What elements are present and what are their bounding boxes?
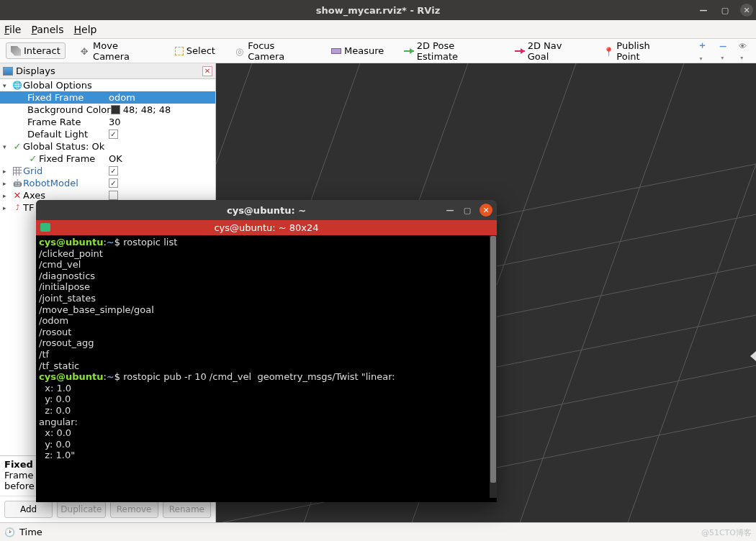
displays-panel-header[interactable]: Displays ✕ xyxy=(0,63,215,79)
axes-checkbox[interactable] xyxy=(109,191,118,200)
terminal-minimize-button[interactable]: — xyxy=(445,205,455,215)
color-swatch xyxy=(111,105,120,114)
check-icon xyxy=(27,153,39,164)
grid-checkbox[interactable]: ✓ xyxy=(109,166,118,176)
remove-button: Remove xyxy=(110,501,158,518)
watermark: @51CTO博客 xyxy=(701,527,752,538)
tool-remove-view[interactable] xyxy=(719,40,730,62)
duplicate-button: Duplicate xyxy=(57,501,105,518)
displays-title: Displays xyxy=(16,65,55,76)
interact-icon xyxy=(11,46,21,56)
terminal-output-pub: x: 1.0 y: 0.0 z: 0.0 angular: x: 0.0 y: … xyxy=(39,383,78,461)
axes-icon xyxy=(12,190,23,201)
window-maximize-button[interactable]: ▢ xyxy=(719,4,732,17)
tree-status-fixed-frame[interactable]: Fixed Frame OK xyxy=(0,153,215,165)
terminal-close-button[interactable]: ✕ xyxy=(480,204,492,217)
tool-2d-pose[interactable]: 2D Pose Estimate xyxy=(399,37,500,65)
tree-fixed-frame[interactable]: Fixed Frame odom xyxy=(0,91,215,104)
svg-line-10 xyxy=(504,63,684,522)
plus-icon xyxy=(698,40,707,50)
bg-color-value[interactable]: 48; 48; 48 xyxy=(111,104,215,115)
globe-icon xyxy=(12,81,23,90)
terminal-tab[interactable]: cys@ubuntu: ~ 80x24 xyxy=(36,220,497,235)
tool-publish-point[interactable]: Publish Point xyxy=(598,37,678,65)
fixed-frame-value[interactable]: odom xyxy=(109,92,215,103)
window-titlebar: show_mycar.rviz* - RViz — ▢ ✕ xyxy=(0,0,756,20)
menu-bar: File Panels Help xyxy=(0,20,756,39)
frame-rate-value[interactable]: 30 xyxy=(109,117,215,127)
tool-select[interactable]: Select xyxy=(170,42,220,59)
eye-icon xyxy=(739,40,747,51)
tool-move-camera[interactable]: Move Camera xyxy=(76,37,160,65)
default-light-checkbox[interactable]: ✓ xyxy=(109,129,118,139)
nav-icon xyxy=(515,50,524,52)
tool-views[interactable] xyxy=(739,40,750,62)
measure-icon xyxy=(331,48,341,54)
clock-icon xyxy=(4,527,15,537)
tree-grid[interactable]: ▸ Grid ✓ xyxy=(0,165,215,177)
window-title: show_mycar.rviz* - RViz xyxy=(316,5,440,16)
terminal-scrollbar[interactable] xyxy=(490,235,497,498)
menu-panels[interactable]: Panels xyxy=(31,24,63,35)
focus-icon xyxy=(235,46,245,56)
tree-frame-rate[interactable]: Frame Rate 30 xyxy=(0,116,215,128)
tree-default-light[interactable]: Default Light ✓ xyxy=(0,128,215,140)
terminal-maximize-button[interactable]: ▢ xyxy=(462,205,472,215)
publish-icon xyxy=(603,46,613,56)
displays-icon xyxy=(3,67,13,76)
tree-global-status[interactable]: ▾ Global Status: Ok xyxy=(0,140,215,153)
terminal-window[interactable]: cys@ubuntu: ~ — ▢ ✕ cys@ubuntu: ~ 80x24 … xyxy=(36,200,497,502)
move-icon xyxy=(81,46,90,56)
add-button[interactable]: Add xyxy=(4,501,53,518)
robot-checkbox[interactable]: ✓ xyxy=(109,178,118,188)
window-minimize-button[interactable]: — xyxy=(697,4,710,17)
window-close-button[interactable]: ✕ xyxy=(740,4,753,17)
panel-close-icon[interactable]: ✕ xyxy=(202,66,212,76)
terminal-tab-label: cys@ubuntu: ~ 80x24 xyxy=(214,222,318,233)
terminal-output-topics: /clicked_point /cmd_vel /diagnostics /in… xyxy=(39,248,154,371)
toolbar: Interact Move Camera Select Focus Camera… xyxy=(0,39,756,63)
tool-measure[interactable]: Measure xyxy=(326,42,389,59)
tool-focus-camera[interactable]: Focus Camera xyxy=(230,37,316,65)
select-icon xyxy=(175,47,184,55)
grid-icon xyxy=(13,167,22,176)
time-label: Time xyxy=(19,527,42,537)
terminal-titlebar[interactable]: cys@ubuntu: ~ — ▢ ✕ xyxy=(36,200,497,220)
tool-2d-nav[interactable]: 2D Nav Goal xyxy=(510,37,588,65)
tree-bg-color[interactable]: Background Color 48; 48; 48 xyxy=(0,104,215,116)
time-panel: Time xyxy=(0,522,756,541)
rename-button: Rename xyxy=(163,501,211,518)
terminal-body[interactable]: cys@ubuntu:~$ rostopic list /clicked_poi… xyxy=(36,235,497,502)
terminal-title: cys@ubuntu: ~ xyxy=(227,205,306,216)
pose-icon xyxy=(404,50,413,52)
tool-add-view[interactable] xyxy=(698,39,711,63)
menu-file[interactable]: File xyxy=(4,24,21,35)
menu-help[interactable]: Help xyxy=(74,24,97,35)
tree-robotmodel[interactable]: ▸ RobotModel ✓ xyxy=(0,177,215,189)
tf-icon xyxy=(12,204,23,212)
svg-line-11 xyxy=(612,63,756,522)
displays-tree[interactable]: ▾ Global Options Fixed Frame odom Backgr… xyxy=(0,79,215,214)
check-icon xyxy=(12,141,23,152)
terminal-tab-icon xyxy=(40,223,50,232)
tree-global-options[interactable]: ▾ Global Options xyxy=(0,79,215,91)
minus-icon xyxy=(719,40,726,51)
robot-icon xyxy=(12,179,23,187)
tool-interact[interactable]: Interact xyxy=(6,42,66,59)
